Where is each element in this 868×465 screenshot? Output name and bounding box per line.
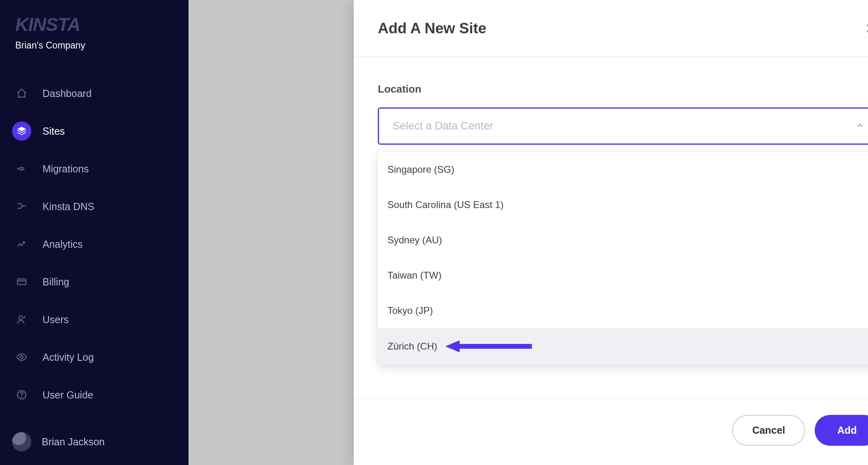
sidebar-item-billing[interactable]: Billing xyxy=(0,263,189,300)
sidebar-item-label: Billing xyxy=(43,276,69,288)
sidebar-item-label: User Guide xyxy=(43,389,93,401)
sidebar-item-label: Sites xyxy=(43,125,65,137)
dropdown-option[interactable]: Tokyo (JP) xyxy=(378,293,868,328)
layers-icon xyxy=(12,121,31,141)
sidebar-item-label: Kinsta DNS xyxy=(43,201,94,212)
svg-rect-1 xyxy=(18,279,26,285)
sidebar-item-migrations[interactable]: Migrations xyxy=(0,150,189,187)
dropdown-option[interactable]: South Carolina (US East 1) xyxy=(378,187,868,222)
sidebar-footer[interactable]: Brian Jackson xyxy=(0,423,189,465)
sidebar-item-label: Analytics xyxy=(43,239,83,250)
avatar xyxy=(12,432,31,451)
option-label: South Carolina (US East 1) xyxy=(387,199,503,210)
sidebar-item-activity[interactable]: Activity Log xyxy=(0,339,189,376)
chevron-up-icon xyxy=(856,121,864,131)
cancel-button[interactable]: Cancel xyxy=(732,415,805,446)
dropdown-option[interactable]: Taiwan (TW) xyxy=(378,258,868,293)
option-label: Tokyo (JP) xyxy=(387,305,433,316)
close-icon[interactable]: ✕ xyxy=(865,20,868,36)
sidebar-item-label: Migrations xyxy=(43,163,89,175)
datacenter-select[interactable]: Select a Data Center xyxy=(378,107,868,145)
eye-icon xyxy=(12,348,31,367)
sidebar-nav: Dashboard Sites Migrations Kinsta DNS xyxy=(0,75,189,413)
svg-point-2 xyxy=(19,316,22,319)
svg-point-3 xyxy=(20,356,23,359)
option-label: Singapore (SG) xyxy=(387,164,454,175)
trend-icon xyxy=(12,235,31,254)
location-label: Location xyxy=(378,83,868,95)
sidebar-item-sites[interactable]: Sites xyxy=(0,113,189,150)
help-icon xyxy=(12,385,31,404)
select-placeholder: Select a Data Center xyxy=(393,120,493,132)
brand-logo: KINSTA xyxy=(15,14,173,35)
house-icon xyxy=(12,84,31,103)
sidebar: KINSTA Brian's Company Dashboard Sites xyxy=(0,0,189,465)
dropdown-option[interactable]: Singapore (SG) xyxy=(378,152,868,187)
add-site-modal: Add A New Site ✕ Location Select a Data … xyxy=(354,0,868,465)
sidebar-item-label: Dashboard xyxy=(43,88,91,99)
svg-point-5 xyxy=(21,397,22,397)
option-label: Zürich (CH) xyxy=(387,341,437,352)
card-icon xyxy=(12,272,31,291)
svg-point-0 xyxy=(19,168,22,170)
datacenter-dropdown: Singapore (SG) South Carolina (US East 1… xyxy=(378,152,868,364)
add-button[interactable]: Add xyxy=(815,415,868,446)
sidebar-item-dashboard[interactable]: Dashboard xyxy=(0,75,189,112)
sidebar-item-dns[interactable]: Kinsta DNS xyxy=(0,188,189,225)
sidebar-item-users[interactable]: Users xyxy=(0,301,189,338)
dropdown-option[interactable]: Zürich (CH) xyxy=(378,328,868,364)
option-label: Sydney (AU) xyxy=(387,235,442,246)
dropdown-option[interactable]: Sydney (AU) xyxy=(378,222,868,258)
option-label: Taiwan (TW) xyxy=(387,270,442,281)
user-name: Brian Jackson xyxy=(42,436,105,448)
company-name: Brian's Company xyxy=(0,40,189,67)
sidebar-item-analytics[interactable]: Analytics xyxy=(0,226,189,263)
modal-title: Add A New Site xyxy=(378,20,487,37)
svg-marker-6 xyxy=(445,340,532,352)
main-content: Add Site Export to CSV DISK USAGE 981.94… xyxy=(189,0,868,465)
sidebar-item-label: Activity Log xyxy=(43,352,94,363)
route-icon xyxy=(12,197,31,216)
user-plus-icon xyxy=(12,310,31,329)
sidebar-item-guide[interactable]: User Guide xyxy=(0,376,189,413)
arrow-left-icon xyxy=(445,340,533,352)
sidebar-item-label: Users xyxy=(43,314,69,326)
plug-icon xyxy=(12,159,31,178)
